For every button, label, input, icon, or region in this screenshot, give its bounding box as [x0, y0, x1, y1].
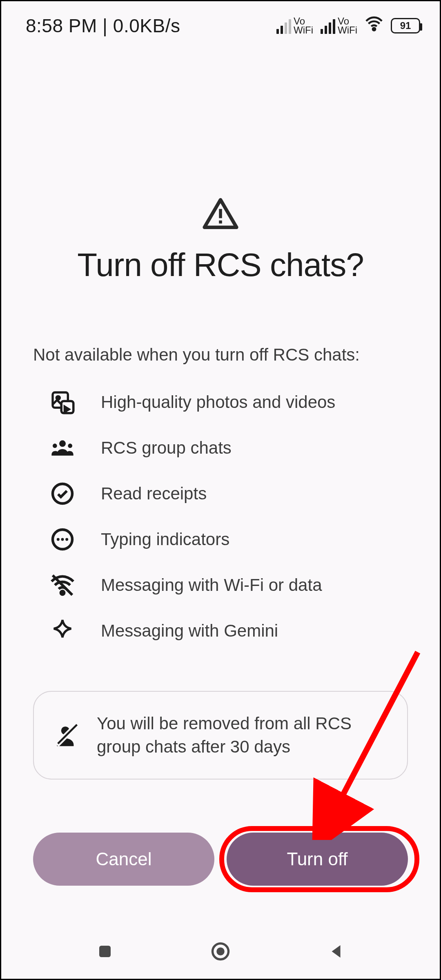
svg-point-9: [68, 443, 72, 448]
nav-home-button[interactable]: [208, 939, 233, 964]
group-icon: [49, 435, 76, 461]
feature-label: Typing indicators: [101, 530, 229, 549]
feature-label: High-quality photos and videos: [101, 392, 335, 412]
dialog-intro: Not available when you turn off RCS chat…: [33, 345, 408, 365]
status-right: Vo WiFi Vo WiFi 91: [276, 14, 420, 38]
feature-item-gemini: Messaging with Gemini: [49, 618, 408, 644]
vowifi-bot: WiFi: [338, 26, 357, 35]
note-text: You will be removed from all RCS group c…: [97, 712, 390, 758]
feature-label: Messaging with Gemini: [101, 621, 278, 641]
battery-icon: 91: [391, 18, 420, 33]
turn-off-button[interactable]: Turn off: [227, 833, 408, 886]
dialog-actions: Cancel Turn off: [33, 833, 408, 886]
media-icon: [49, 389, 76, 415]
svg-point-14: [65, 538, 68, 541]
feature-label: Read receipts: [101, 484, 207, 503]
svg-rect-2: [219, 220, 222, 224]
svg-point-13: [61, 538, 64, 541]
status-bar: 8:58 PM | 0.0KB/s Vo WiFi Vo WiFi 91: [1, 1, 440, 50]
typing-icon: [49, 526, 76, 552]
feature-item-typing: Typing indicators: [49, 526, 408, 552]
signal-sim1: Vo WiFi: [276, 17, 313, 35]
check-circle-icon: [49, 481, 76, 507]
svg-rect-1: [219, 209, 222, 218]
removal-note: You will be removed from all RCS group c…: [33, 691, 408, 780]
feature-label: Messaging with Wi-Fi or data: [101, 575, 322, 595]
signal-bars-icon: [321, 18, 335, 34]
feature-item-group: RCS group chats: [49, 435, 408, 461]
feature-list: High-quality photos and videos RCS group…: [33, 389, 408, 644]
signal-bars-icon: [276, 18, 291, 34]
turn-off-rcs-dialog: Turn off RCS chats? Not available when y…: [1, 197, 440, 780]
svg-rect-20: [99, 946, 111, 957]
feature-label: RCS group chats: [101, 438, 232, 458]
battery-level: 91: [400, 20, 411, 31]
warning-icon: [33, 197, 408, 230]
svg-point-15: [61, 591, 65, 595]
feature-item-media: High-quality photos and videos: [49, 389, 408, 415]
svg-point-0: [373, 28, 375, 30]
svg-point-22: [216, 947, 225, 956]
wifi-icon: [365, 14, 383, 38]
vowifi-label-2: Vo WiFi: [338, 17, 357, 35]
wifi-off-icon: [49, 572, 76, 598]
nav-recents-button[interactable]: [93, 939, 117, 964]
svg-point-7: [59, 440, 66, 447]
sparkle-icon: [49, 618, 76, 644]
system-nav-bar: [1, 924, 440, 979]
nav-back-button[interactable]: [324, 939, 349, 964]
status-time-net: 8:58 PM | 0.0KB/s: [26, 15, 180, 37]
signal-sim2: Vo WiFi: [321, 17, 357, 35]
vowifi-bot: WiFi: [294, 26, 313, 35]
feature-item-receipts: Read receipts: [49, 481, 408, 507]
feature-item-wifi-data: Messaging with Wi-Fi or data: [49, 572, 408, 598]
svg-point-12: [57, 538, 60, 541]
dialog-title: Turn off RCS chats?: [33, 246, 408, 284]
vowifi-label-1: Vo WiFi: [294, 17, 313, 35]
svg-point-8: [53, 443, 57, 448]
person-off-icon: [51, 721, 80, 750]
cancel-button[interactable]: Cancel: [33, 833, 214, 886]
